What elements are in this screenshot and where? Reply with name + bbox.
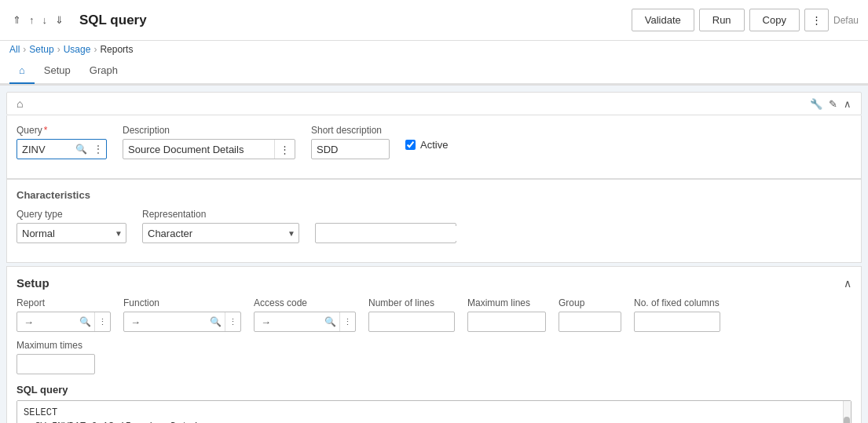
tab-graph[interactable]: Graph (80, 58, 127, 82)
group-label: Group (559, 297, 621, 308)
function-search-btn[interactable]: 🔍 (207, 315, 225, 329)
active-checkbox[interactable] (405, 140, 416, 150)
home-section-icon: ⌂ (16, 97, 23, 110)
active-checkbox-row: Active (405, 139, 448, 151)
representation-select-wrapper: Character Numeric Date ▼ (142, 223, 299, 243)
number-of-lines-input[interactable] (369, 315, 454, 330)
home-area: ⌂ 🔧 ✎ ∧ (6, 92, 862, 115)
nav-up-top[interactable]: ⇑ (9, 13, 24, 27)
form-group-short-description: Short description ⋮ (311, 125, 390, 159)
form-row-query: Query* 🔍 ⋮ Description ⋮ Short descripti… (16, 125, 852, 159)
nav-down-bottom[interactable]: ⇓ (52, 13, 67, 27)
form-group-representation: Representation Character Numeric Date ▼ (142, 209, 299, 243)
report-input: → 🔍 ⋮ (16, 312, 111, 332)
report-label: Report (16, 297, 111, 308)
tab-graph-label: Graph (90, 64, 118, 76)
query-type-chevron: ▼ (112, 228, 126, 239)
description-more-icon[interactable]: ⋮ (274, 140, 295, 159)
collapse-icon[interactable]: ∧ (844, 98, 852, 110)
validate-button[interactable]: Validate (632, 9, 694, 31)
description-input[interactable] (123, 142, 274, 157)
short-description-input[interactable] (312, 142, 390, 157)
top-bar-left: ⇑ ↑ ↓ ⇓ SQL query (9, 13, 147, 28)
sql-textarea-wrapper: SELECT SV.INVDAT_0 AS 'Invoice Date', SV… (16, 400, 852, 423)
sql-textarea[interactable]: SELECT SV.INVDAT_0 AS 'Invoice Date', SV… (17, 401, 851, 423)
home-icon: ⌂ (19, 64, 25, 76)
breadcrumb-sep3: › (93, 44, 97, 55)
report-more-btn[interactable]: ⋮ (94, 312, 110, 331)
setup-section: Setup ∧ Report → 🔍 ⋮ Function → 🔍 ⋮ (6, 266, 862, 423)
tab-home[interactable]: ⌂ (9, 58, 35, 82)
query-input[interactable] (17, 142, 72, 157)
function-arrow-icon: → (124, 315, 147, 330)
maximum-times-input-wrap (16, 354, 95, 374)
query-type-select-wrapper: Normal Summary Detail ▼ (16, 223, 126, 243)
home-area-left: ⌂ (16, 97, 23, 110)
no-of-fixed-columns-input[interactable] (635, 315, 720, 330)
field-group-access-code: Access code → 🔍 ⋮ (254, 297, 356, 332)
tab-setup-label: Setup (44, 64, 71, 76)
report-search-btn[interactable]: 🔍 (76, 315, 94, 329)
maximum-times-label: Maximum times (16, 340, 852, 351)
function-more-btn[interactable]: ⋮ (225, 312, 240, 331)
query-more-icon[interactable]: ⋮ (90, 142, 106, 156)
maximum-times-input[interactable] (17, 357, 94, 372)
nav-arrows: ⇑ ↑ ↓ ⇓ (9, 13, 67, 27)
form-group-query: Query* 🔍 ⋮ (16, 125, 107, 159)
more-button[interactable]: ⋮ (804, 9, 829, 31)
query-search-icon[interactable]: 🔍 (72, 142, 90, 156)
breadcrumb-sep1: › (23, 44, 26, 55)
default-label: Defau (833, 15, 859, 26)
active-label: Active (420, 139, 448, 151)
setup-header: Setup ∧ (16, 276, 852, 290)
breadcrumb-setup[interactable]: Setup (29, 44, 53, 55)
query-type-label: Query type (16, 209, 126, 220)
access-code-search-btn[interactable]: 🔍 (321, 315, 339, 329)
scrollbar-track (843, 401, 851, 423)
breadcrumb-usage[interactable]: Usage (64, 44, 91, 55)
setup-collapse-icon[interactable]: ∧ (844, 277, 852, 290)
pencil-icon[interactable]: ✎ (829, 98, 837, 110)
wrench-icon[interactable]: 🔧 (810, 98, 822, 110)
access-code-input: → 🔍 ⋮ (254, 312, 356, 332)
access-code-more-btn[interactable]: ⋮ (339, 312, 355, 331)
copy-button[interactable]: Copy (749, 9, 800, 31)
setup-title: Setup (16, 276, 49, 290)
characteristics-form-row: Query type Normal Summary Detail ▼ Repre… (16, 209, 852, 243)
access-code-label: Access code (254, 297, 356, 308)
breadcrumb-reports: Reports (100, 44, 133, 55)
group-input-wrap (559, 312, 621, 332)
representation-select[interactable]: Character Numeric Date (143, 226, 284, 241)
breadcrumb-all[interactable]: All (9, 44, 20, 55)
main-content: ⌂ 🔧 ✎ ∧ Query* 🔍 ⋮ Descriptio (0, 86, 868, 423)
field-group-group: Group (559, 297, 621, 332)
page-title: SQL query (79, 13, 147, 28)
tab-bar: ⌂ Setup Graph (0, 57, 868, 85)
form-group-active: Active (405, 125, 448, 151)
characteristics-section: Characteristics Query type Normal Summar… (6, 179, 862, 263)
short-description-label: Short description (311, 125, 390, 136)
no-of-fixed-columns-label: No. of fixed columns (634, 297, 720, 308)
representation-label: Representation (142, 209, 299, 220)
query-type-select[interactable]: Normal Summary Detail (17, 226, 112, 241)
maximum-lines-label: Maximum lines (467, 297, 546, 308)
form-group-query-type: Query type Normal Summary Detail ▼ (16, 209, 126, 243)
run-button[interactable]: Run (699, 9, 745, 31)
top-bar-right: Validate Run Copy ⋮ Defau (632, 9, 859, 31)
characteristics-title: Characteristics (16, 189, 852, 201)
nav-down[interactable]: ↓ (39, 13, 51, 27)
breadcrumb-sep2: › (57, 44, 60, 55)
field-group-maximum-times: Maximum times (16, 340, 852, 374)
short-description-input-wrapper: ⋮ (311, 139, 390, 159)
description-input-wrapper: ⋮ (123, 139, 295, 159)
maximum-lines-input[interactable] (468, 315, 545, 330)
field-group-number-of-lines: Number of lines (368, 297, 455, 332)
field-group-no-of-fixed-columns: No. of fixed columns (634, 297, 720, 332)
nav-up[interactable]: ↑ (26, 13, 38, 27)
representation-extra-field[interactable] (316, 226, 457, 241)
number-of-lines-input-wrap (368, 312, 455, 332)
group-input[interactable] (559, 315, 621, 330)
no-of-fixed-columns-input-wrap (634, 312, 720, 332)
access-code-arrow-icon: → (255, 315, 277, 330)
tab-setup[interactable]: Setup (35, 58, 80, 82)
